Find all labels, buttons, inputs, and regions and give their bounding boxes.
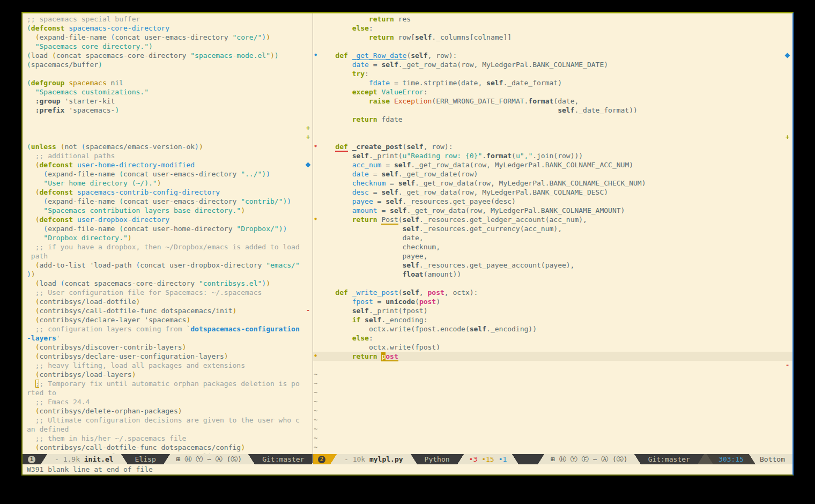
fringe-indicator bbox=[306, 162, 311, 168]
left-code-lines: ;; spacemacs special buffer(defconst spa… bbox=[23, 14, 313, 454]
code-line: "User home directory (~/).") bbox=[23, 179, 313, 188]
major-mode-segment[interactable]: Elisp bbox=[128, 454, 164, 464]
code-token: contribsys/load-dotfile bbox=[39, 298, 136, 306]
code-token: ._date_format)) bbox=[574, 106, 637, 114]
empty-line-tilde: ~ bbox=[314, 434, 317, 443]
flycheck-counts-segment[interactable]: •3 •15 •1 bbox=[464, 454, 513, 464]
code-token: def bbox=[335, 51, 347, 60]
code-token: "Spacemacs contribution layers base dire… bbox=[43, 206, 241, 214]
code-token: expand-file-name bbox=[48, 170, 119, 178]
code-token bbox=[318, 51, 335, 60]
code-token: post bbox=[419, 298, 436, 306]
code-token: self bbox=[398, 179, 415, 187]
code-token: fpost bbox=[352, 298, 373, 306]
code-token: spacemacs-core-directory bbox=[69, 24, 169, 32]
code-token bbox=[318, 15, 369, 23]
code-token: defgroup bbox=[31, 79, 65, 87]
code-token bbox=[318, 179, 352, 187]
code-line: ;; heavy lifting, load all packages and … bbox=[23, 361, 313, 370]
code-token: user-home-directory-modified bbox=[77, 161, 195, 169]
code-token: contribsys/load-layers bbox=[39, 370, 131, 379]
buffer-info-segment[interactable]: - 1.9k init.el bbox=[47, 454, 121, 464]
git-branch-segment[interactable]: Git:master bbox=[255, 454, 312, 464]
code-token bbox=[318, 352, 352, 360]
left-editor-pane[interactable]: ;; spacemacs special buffer(defconst spa… bbox=[23, 13, 313, 454]
minor-modes-segment[interactable]: ⊞ Ⓗ Ⓨ ~ Ⓐ (Ⓢ) bbox=[170, 454, 248, 464]
code-token: return bbox=[352, 216, 377, 224]
code-token: "Dropbox/" bbox=[236, 225, 278, 233]
code-token: ;; Ultimate configuration decisions are … bbox=[35, 416, 300, 424]
code-token: path bbox=[27, 252, 48, 260]
code-token: ._get_row_data(row, MyLedgerPal.BANK_COL… bbox=[415, 179, 646, 187]
major-mode-segment[interactable]: Python bbox=[417, 454, 457, 464]
code-line: raise Exception(ERR_WRONG_DATE_FORMAT.fo… bbox=[313, 97, 792, 106]
code-token bbox=[27, 443, 35, 451]
code-token: ) bbox=[262, 170, 266, 178]
code-line: -layers' bbox=[23, 333, 313, 343]
code-token: return bbox=[352, 115, 377, 123]
code-token bbox=[27, 179, 43, 187]
code-token: ( bbox=[119, 197, 123, 205]
code-token bbox=[27, 416, 35, 424]
code-token: ( bbox=[27, 51, 31, 60]
code-line: desc = self._get_row_data(row, MyLedgerP… bbox=[313, 188, 792, 197]
code-line: return Post(self._resources.get_ledger_a… bbox=[313, 215, 792, 224]
code-token bbox=[27, 97, 35, 105]
code-line: return fdate bbox=[313, 115, 792, 124]
code-token: spacemacs/buffer bbox=[31, 61, 98, 69]
code-token: ._print(fpost) bbox=[369, 307, 428, 315]
code-token: self bbox=[486, 79, 503, 87]
empty-line-tilde: ~ bbox=[314, 388, 317, 397]
code-token bbox=[27, 352, 35, 360]
code-token: checknum, bbox=[318, 243, 440, 251]
code-token: self bbox=[381, 61, 398, 69]
code-token: :group bbox=[35, 97, 61, 105]
code-token: : bbox=[369, 334, 373, 342]
window-number-badge-1: 1 bbox=[23, 454, 41, 464]
code-token: ._get_row_date(row) bbox=[398, 170, 478, 178]
code-token: ) bbox=[241, 206, 245, 214]
minibuffer-echo-area[interactable]: W391 blank line at end of file bbox=[23, 464, 792, 475]
code-token: res bbox=[394, 15, 411, 23]
code-token: return bbox=[369, 15, 394, 23]
code-token: : bbox=[369, 24, 373, 32]
code-line: "Spacemacs customizations." bbox=[23, 87, 313, 97]
fringe-indicator: • bbox=[314, 51, 317, 60]
code-token: self bbox=[406, 143, 423, 151]
minor-modes-segment[interactable]: ⊞ Ⓗ Ⓨ Ⓕ ~ Ⓐ (Ⓢ) bbox=[544, 454, 634, 464]
code-token: an defined bbox=[27, 425, 69, 433]
code-token: ._resources.get_ledger_account(acc_num), bbox=[419, 216, 587, 224]
buffer-size: - 10k bbox=[344, 455, 365, 463]
code-token: spacemacs-contrib-config-directory bbox=[77, 188, 220, 196]
code-line: checknum, bbox=[313, 242, 792, 251]
code-token: row[ bbox=[394, 33, 415, 41]
window-number-2: 2 bbox=[318, 456, 325, 463]
fringe-indicator bbox=[785, 53, 790, 58]
code-token: ) bbox=[266, 170, 270, 178]
code-line: ;; if you have a dropbox, then ~/Dropbox… bbox=[23, 242, 313, 251]
code-token bbox=[27, 343, 35, 351]
code-token: ) bbox=[27, 270, 31, 278]
buffer-info-segment[interactable]: - 10k mylpl.py bbox=[337, 454, 411, 464]
code-token: format bbox=[528, 97, 553, 105]
code-line: (expand-file-name (concat user-emacs-dir… bbox=[23, 197, 313, 206]
code-token bbox=[318, 307, 352, 315]
code-token: dotspacemacs-configuration bbox=[190, 325, 300, 333]
code-token: (date, bbox=[553, 97, 579, 105]
right-editor-pane[interactable]: return res else: return row[self._column… bbox=[313, 13, 792, 454]
modeline-separator bbox=[698, 454, 704, 464]
flycheck-message: W391 blank line at end of file bbox=[27, 465, 153, 473]
code-line: self._resources.get_currency(acc_num), bbox=[313, 224, 792, 233]
code-line: date = self._get_row_data(row, MyLedgerP… bbox=[313, 60, 792, 69]
code-token: defconst bbox=[39, 216, 73, 224]
code-token bbox=[318, 161, 352, 169]
modeline-separator bbox=[707, 454, 713, 464]
git-branch-segment[interactable]: Git:master bbox=[641, 454, 698, 464]
code-token: expand-file-name bbox=[48, 225, 119, 233]
code-token: self bbox=[381, 170, 398, 178]
code-token: float bbox=[403, 270, 424, 278]
code-token bbox=[27, 234, 43, 242]
code-token: return bbox=[352, 352, 377, 360]
code-token: ;; Emacs 24.4 bbox=[35, 398, 90, 406]
code-token: "core/" bbox=[233, 33, 262, 41]
